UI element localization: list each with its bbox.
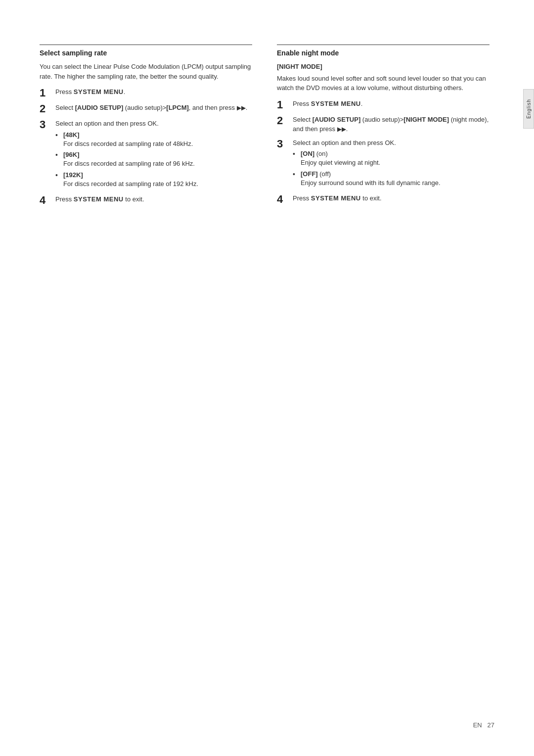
page: English Select sampling rate You can sel… [0,0,534,756]
lpcm-ref: [LPCM] [166,104,189,111]
bullet-label: [OFF] [301,170,318,178]
bullet-192k: • [192K] For discs recorded at sampling … [55,171,252,189]
step-number: 4 [277,193,293,205]
step-number: 4 [40,194,55,206]
left-column: Select sampling rate You can select the … [40,45,257,210]
bullet-desc: Enjoy surround sound with its full dynam… [301,179,441,187]
left-step-2: 2 Select [AUDIO SETUP] (audio setup)>[LP… [40,103,252,115]
bullet-dot: • [55,150,63,160]
right-sub-bullets: • [ON] (on) Enjoy quiet viewing at night… [293,149,490,188]
step-number: 3 [40,119,55,131]
system-menu-ref: SYSTEM MENU [311,194,361,202]
step-number: 2 [277,115,293,127]
bullet-off: • [OFF] (off) Enjoy surround sound with … [293,170,490,188]
step-content: Press SYSTEM MENU to exit. [55,194,252,204]
bullet-content: [OFF] (off) Enjoy surround sound with it… [301,170,490,188]
right-section-heading: Enable night mode [277,45,490,57]
bullet-content: [48K] For discs recorded at sampling rat… [63,131,252,148]
left-section-heading: Select sampling rate [40,45,252,57]
right-column: Enable night mode [NIGHT MODE] Makes lou… [277,45,494,210]
right-step-1: 1 Press SYSTEM MENU. [277,99,490,111]
step-content: Select an option and then press OK. • [O… [293,138,490,189]
bullet-on: • [ON] (on) Enjoy quiet viewing at night… [293,149,490,167]
step-content: Press SYSTEM MENU. [55,87,252,97]
bullet-label: [192K] [63,171,83,179]
bullet-dot: • [293,170,301,180]
bullet-dot: • [293,149,301,159]
left-step-4: 4 Press SYSTEM MENU to exit. [40,194,252,206]
night-mode-ref: [NIGHT MODE] [403,116,449,123]
bullet-content: [96K] For discs recorded at sampling rat… [63,150,252,168]
step-number: 3 [277,138,293,150]
ff-icon: ▶▶ [237,104,246,111]
bullet-desc: For discs recorded at sampling rate of 1… [63,180,198,188]
right-step-2: 2 Select [AUDIO SETUP] (audio setup)>[NI… [277,115,490,134]
audio-setup-ref: [AUDIO SETUP] [75,104,124,111]
bullet-label: [ON] [301,150,314,157]
step-number: 1 [40,87,55,99]
ff-icon: ▶▶ [337,126,346,133]
bullet-96k: • [96K] For discs recorded at sampling r… [55,150,252,168]
right-steps: 1 Press SYSTEM MENU. 2 Select [AUDIO SET… [277,99,490,206]
audio-setup-ref: [AUDIO SETUP] [312,116,361,123]
bullet-dot: • [55,131,63,141]
step-content: Select an option and then press OK. • [4… [55,119,252,190]
left-steps: 1 Press SYSTEM MENU. 2 Select [AUDIO SET… [40,87,252,206]
language-tab: English [523,89,534,129]
page-number: 27 [488,721,494,729]
bullet-dot: • [55,171,63,181]
footer-lang: EN [473,721,482,729]
right-intro-text: Makes loud sound level softer and soft s… [277,74,490,93]
left-step-1: 1 Press SYSTEM MENU. [40,87,252,99]
language-tab-text: English [526,99,532,119]
bullet-content: [192K] For discs recorded at sampling ra… [63,171,252,189]
content-columns: Select sampling rate You can select the … [40,45,494,210]
night-mode-subheading: [NIGHT MODE] [277,62,490,72]
bullet-desc: Enjoy quiet viewing at night. [301,159,380,166]
system-menu-ref: SYSTEM MENU [74,88,124,95]
page-footer: EN 27 [473,721,494,729]
bullet-label: [48K] [63,131,80,139]
bullet-desc: For discs recorded at sampling rate of 9… [63,160,195,167]
right-step-4: 4 Press SYSTEM MENU to exit. [277,193,490,205]
step-content: Press SYSTEM MENU. [293,99,490,109]
left-sub-bullets: • [48K] For discs recorded at sampling r… [55,131,252,189]
step-number: 1 [277,99,293,111]
system-menu-ref: SYSTEM MENU [311,100,361,107]
bullet-48k: • [48K] For discs recorded at sampling r… [55,131,252,148]
bullet-label: [96K] [63,151,80,158]
system-menu-ref: SYSTEM MENU [74,195,124,203]
bullet-desc: For discs recorded at sampling rate of 4… [63,140,193,147]
left-step-3: 3 Select an option and then press OK. • … [40,119,252,190]
step-content: Select [AUDIO SETUP] (audio setup)>[LPCM… [55,103,252,113]
step-content: Press SYSTEM MENU to exit. [293,193,490,203]
bullet-content: [ON] (on) Enjoy quiet viewing at night. [301,149,490,167]
step-content: Select [AUDIO SETUP] (audio setup)>[NIGH… [293,115,490,134]
step-number: 2 [40,103,55,115]
right-step-3: 3 Select an option and then press OK. • … [277,138,490,189]
left-intro-text: You can select the Linear Pulse Code Mod… [40,62,252,81]
